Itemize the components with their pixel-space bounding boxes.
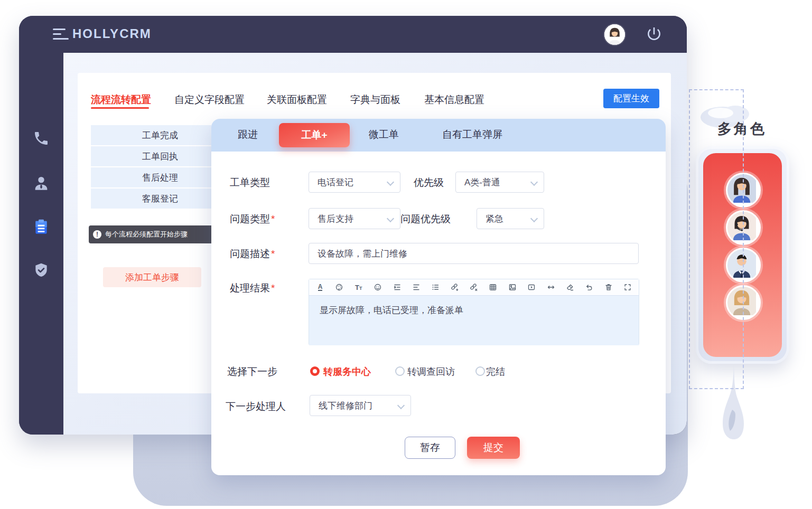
next-handler-select[interactable]: 线下维修部门	[310, 395, 411, 416]
label-text: 问题类型	[230, 213, 270, 224]
image-icon[interactable]	[508, 282, 517, 292]
page-tab-flow-config[interactable]: 流程流转配置	[91, 93, 151, 107]
align-left-icon[interactable]	[412, 282, 421, 292]
workflow-step-label: 客服登记	[142, 193, 178, 205]
sidebar-item-phone[interactable]	[31, 128, 52, 149]
tooltip-text: 每个流程必须配置开始步骤	[105, 230, 188, 239]
ticket-type-select[interactable]: 电话登记	[309, 172, 400, 193]
font-size-icon[interactable]: TT	[354, 282, 363, 292]
radio-label[interactable]: 转服务中心	[323, 365, 371, 378]
page: { "app": { "title": "HOLLYCRM", "require…	[0, 0, 812, 509]
hamburger-menu-icon[interactable]	[53, 29, 69, 40]
trash-icon[interactable]	[604, 282, 613, 292]
workflow-step-label: 工单回执	[142, 150, 178, 163]
chevron-down-icon	[387, 215, 394, 222]
config-apply-button[interactable]: 配置生效	[603, 89, 659, 108]
next-handler-label: 下一步处理人	[226, 400, 286, 413]
next-step-label: 选择下一步	[227, 365, 277, 379]
shield-check-icon	[33, 262, 50, 279]
required-mark: *	[271, 248, 275, 259]
undo-icon[interactable]	[584, 282, 594, 292]
label-text: 优先级	[414, 177, 444, 188]
issue-priority-select[interactable]: 紧急	[477, 208, 544, 229]
result-editor-content[interactable]: 显示屏故障，电话已受理，准备派单	[309, 296, 639, 345]
user-avatar[interactable]	[604, 24, 625, 45]
label-text: 处理结果	[230, 282, 270, 294]
issue-type-select[interactable]: 售后支持	[309, 208, 400, 229]
phone-icon	[33, 130, 50, 147]
editor-toolbar: A TT	[309, 279, 639, 296]
priority-select[interactable]: A类-普通	[455, 172, 544, 193]
user-icon	[32, 174, 50, 192]
video-icon[interactable]	[527, 282, 536, 292]
select-value: 电话登记	[318, 176, 353, 188]
issue-type-label: 问题类型*	[230, 212, 275, 226]
workflow-step-row[interactable]: 售后处理	[91, 167, 229, 187]
chevron-down-icon	[530, 178, 538, 186]
save-draft-button[interactable]: 暂存	[405, 437, 455, 459]
modal-tab-micro-ticket[interactable]: 微工单	[369, 128, 399, 142]
active-tab-underline	[91, 107, 149, 109]
link-add-icon[interactable]	[450, 282, 460, 292]
label-text: 选择下一步	[227, 366, 277, 377]
submit-button[interactable]: 提交	[467, 437, 520, 459]
issue-desc-label: 问题描述*	[230, 247, 275, 261]
indent-icon[interactable]	[393, 282, 402, 292]
table-icon[interactable]	[488, 282, 498, 292]
label-text: 问题优先级	[400, 213, 451, 224]
issue-priority-label: 问题优先级	[400, 212, 451, 226]
clipboard-icon	[32, 218, 50, 236]
eraser-icon[interactable]	[565, 282, 575, 292]
required-mark: *	[271, 213, 275, 224]
modal-tab-ticket[interactable]: 工单+	[279, 123, 350, 147]
fullscreen-icon[interactable]	[623, 282, 632, 292]
required-step-tooltip: ! 每个流程必须配置开始步骤	[89, 225, 218, 243]
radio-label[interactable]: 完结	[486, 365, 505, 378]
result-editor: A TT 显示屏故障，电话已受理，准备派单	[309, 279, 639, 345]
chevron-down-icon	[530, 215, 538, 222]
chevron-down-icon	[387, 178, 394, 186]
nav-sidebar	[19, 53, 63, 435]
radio-finish[interactable]	[475, 366, 485, 376]
emoji-icon[interactable]	[373, 282, 382, 292]
workflow-step-row[interactable]: 工单完成	[91, 125, 229, 145]
warning-icon: !	[93, 230, 101, 239]
label-text: 下一步处理人	[226, 401, 286, 412]
radio-transfer-survey[interactable]	[395, 366, 405, 376]
select-value: 线下维修部门	[319, 400, 372, 412]
workflow-step-label: 售后处理	[142, 172, 178, 184]
sidebar-item-security[interactable]	[31, 260, 52, 281]
page-tab-custom-fields[interactable]: 自定义字段配置	[174, 93, 245, 107]
result-label: 处理结果*	[230, 281, 275, 295]
ticket-type-label: 工单类型	[230, 176, 270, 190]
add-step-button[interactable]: 添加工单步骤	[103, 267, 201, 287]
text-underline-icon[interactable]: A	[315, 282, 325, 292]
page-tab-basic-info[interactable]: 基本信息配置	[424, 93, 484, 107]
chevron-down-icon	[397, 402, 405, 409]
priority-label: 优先级	[414, 176, 444, 190]
radio-label[interactable]: 转调查回访	[407, 365, 455, 378]
palette-icon[interactable]	[334, 282, 344, 292]
link-remove-icon[interactable]	[469, 282, 479, 292]
sidebar-item-contacts[interactable]	[31, 173, 52, 194]
label-text: 问题描述	[230, 248, 270, 259]
horizontal-rule-icon[interactable]	[546, 282, 556, 292]
label-text: 工单类型	[230, 177, 270, 188]
select-value: 紧急	[486, 213, 503, 225]
workflow-step-row[interactable]: 客服登记	[91, 188, 229, 209]
dashed-annotation-frame	[689, 89, 744, 389]
workflow-step-row[interactable]: 工单回执	[91, 146, 229, 166]
page-tab-dictionary[interactable]: 字典与面板	[350, 93, 400, 107]
radio-transfer-service-center[interactable]	[310, 366, 320, 376]
workflow-step-label: 工单完成	[142, 129, 178, 142]
app-logo: HOLLYCRM	[72, 26, 152, 41]
issue-desc-input[interactable]	[309, 243, 639, 264]
power-icon[interactable]	[646, 25, 662, 42]
unordered-list-icon[interactable]	[431, 282, 440, 292]
sidebar-item-workorders[interactable]	[31, 216, 52, 238]
modal-tab-own-popup[interactable]: 自有工单弹屏	[442, 128, 502, 142]
required-mark: *	[271, 282, 275, 294]
modal-tab-followup[interactable]: 跟进	[238, 128, 258, 142]
select-value: A类-普通	[464, 176, 500, 188]
page-tab-linked-panel[interactable]: 关联面板配置	[267, 93, 327, 107]
